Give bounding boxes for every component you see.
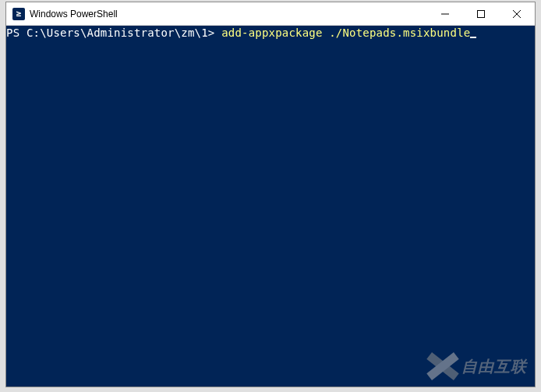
- prompt-text: PS C:\Users\Administrator\zm\1>: [6, 26, 221, 39]
- window-controls: [427, 2, 535, 25]
- powershell-icon: ≥: [12, 8, 25, 20]
- terminal-area[interactable]: PS C:\Users\Administrator\zm\1> add-appx…: [6, 26, 535, 387]
- maximize-button[interactable]: [463, 2, 499, 25]
- command-text: add-appxpackage ./Notepads.msixbundle: [221, 26, 470, 39]
- cursor: [470, 37, 476, 38]
- close-icon: [513, 10, 521, 18]
- watermark-x-icon: [427, 352, 458, 380]
- minimize-icon: [441, 10, 449, 18]
- minimize-button[interactable]: [427, 2, 463, 25]
- svg-rect-1: [478, 10, 485, 17]
- terminal-line: PS C:\Users\Administrator\zm\1> add-appx…: [6, 26, 535, 39]
- icon-glyph: ≥: [16, 9, 22, 18]
- maximize-icon: [477, 10, 485, 18]
- watermark: 自由互联: [427, 352, 527, 380]
- window-title: Windows PowerShell: [30, 9, 118, 19]
- watermark-text: 自由互联: [461, 356, 527, 377]
- powershell-window: ≥ Windows PowerShell PS C:\Users\Adminis…: [5, 2, 536, 387]
- close-button[interactable]: [499, 2, 535, 25]
- titlebar[interactable]: ≥ Windows PowerShell: [6, 2, 535, 26]
- title-left: ≥ Windows PowerShell: [6, 8, 427, 20]
